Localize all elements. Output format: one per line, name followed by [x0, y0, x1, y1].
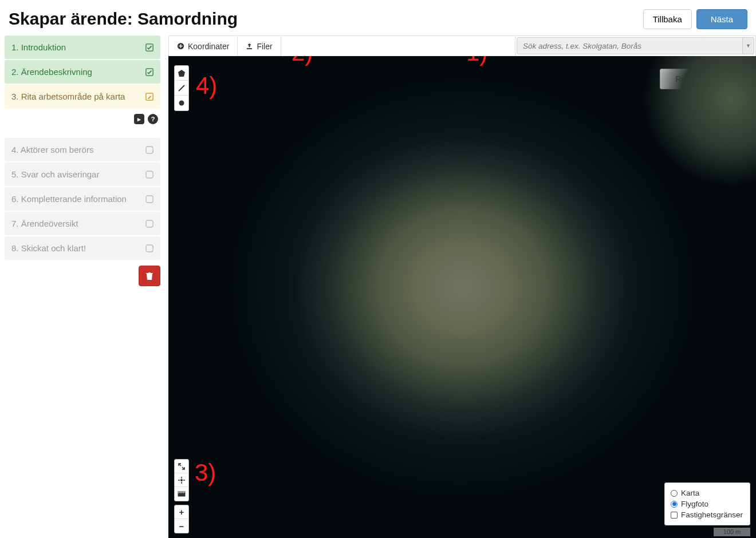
- koordinater-label: Koordinater: [188, 42, 229, 51]
- step-5-svar[interactable]: 5. Svar och aviseringar: [5, 163, 160, 186]
- map-canvas[interactable]: 1) 2) 3) 4) Ritade områden + −: [168, 56, 756, 538]
- search-input[interactable]: [517, 37, 743, 54]
- plus-circle-icon: [177, 42, 184, 50]
- step-label: 3. Rita arbetsområde på karta: [11, 92, 125, 101]
- zoom-tools: + −: [174, 505, 189, 533]
- scale-bar: 100 m: [714, 528, 750, 536]
- trash-icon: [145, 271, 153, 280]
- step-4-aktorer[interactable]: 4. Aktörer som berörs: [5, 138, 160, 161]
- layer-label: Flygfoto: [681, 500, 708, 508]
- search-dropdown-toggle[interactable]: ▼: [743, 37, 754, 54]
- filer-button[interactable]: Filer: [238, 36, 281, 56]
- drawn-areas-button[interactable]: Ritade områden: [660, 69, 748, 89]
- delete-button[interactable]: [139, 266, 160, 286]
- locate-button[interactable]: [175, 473, 188, 487]
- layer-flygfoto[interactable]: Flygfoto: [671, 499, 744, 509]
- step-3-rita-arbetsomrade[interactable]: 3. Rita arbetsområde på karta: [5, 85, 160, 108]
- annotation-3: 3): [195, 459, 216, 486]
- draw-point-button[interactable]: [175, 96, 188, 110]
- minus-icon: −: [179, 521, 184, 531]
- svg-point-11: [179, 101, 184, 106]
- expand-icon: [178, 463, 185, 470]
- svg-rect-5: [146, 196, 153, 203]
- layer-karta[interactable]: Karta: [671, 488, 744, 499]
- annotation-4: 4): [196, 72, 217, 100]
- check-icon: [145, 68, 153, 76]
- unchecked-icon: [145, 220, 153, 228]
- radio-checked-icon: [671, 501, 678, 508]
- svg-rect-7: [146, 245, 153, 252]
- edit-icon: [145, 93, 153, 101]
- step-2-arendebeskrivning[interactable]: 2. Ärendebeskrivning: [5, 60, 160, 84]
- polygon-icon: [178, 69, 186, 77]
- back-button[interactable]: Tillbaka: [643, 9, 692, 29]
- youtube-icon[interactable]: ▸: [134, 114, 144, 124]
- measure-button[interactable]: [175, 487, 188, 501]
- unchecked-icon: [145, 244, 153, 252]
- layer-label: Fastighetsgränser: [681, 511, 743, 519]
- line-icon: [178, 84, 186, 92]
- svg-rect-4: [146, 171, 153, 178]
- step-label: 2. Ärendebeskrivning: [11, 67, 92, 77]
- fullscreen-button[interactable]: [175, 460, 188, 473]
- page-title: Skapar ärende: Samordning: [9, 9, 238, 29]
- zoom-in-button[interactable]: +: [175, 505, 188, 519]
- annotation-2: 2): [292, 56, 313, 66]
- radio-icon: [671, 490, 678, 497]
- chevron-down-icon: ▼: [746, 43, 751, 49]
- step-8-skickat[interactable]: 8. Skickat och klart!: [5, 236, 160, 260]
- step-label: 1. Introduktion: [11, 42, 66, 52]
- step-label: 5. Svar och aviseringar: [11, 169, 99, 179]
- unchecked-icon: [145, 171, 153, 179]
- locate-icon: [178, 477, 185, 484]
- svg-rect-3: [146, 147, 153, 153]
- svg-marker-9: [178, 70, 185, 77]
- draw-polygon-button[interactable]: [175, 66, 188, 81]
- step-label: 6. Kompletterande information: [11, 194, 127, 204]
- layer-panel: Karta Flygfoto Fastighetsgränser: [664, 482, 750, 525]
- unchecked-icon: [145, 195, 153, 203]
- draw-line-button[interactable]: [175, 81, 188, 96]
- checkbox-icon: [671, 512, 678, 519]
- layer-fastighetsgranser[interactable]: Fastighetsgränser: [671, 509, 744, 520]
- header-buttons: Tillbaka Nästa: [643, 9, 747, 29]
- filer-label: Filer: [257, 42, 272, 51]
- step-1-introduktion[interactable]: 1. Introduktion: [5, 35, 160, 59]
- svg-point-12: [180, 479, 183, 481]
- koordinater-button[interactable]: Koordinater: [169, 36, 238, 56]
- svg-line-10: [179, 85, 184, 91]
- steps-sidebar: 1. Introduktion 2. Ärendebeskrivning 3. …: [0, 35, 160, 538]
- svg-rect-6: [146, 220, 153, 227]
- check-icon: [145, 43, 153, 52]
- zoom-out-button[interactable]: −: [175, 519, 188, 533]
- upload-icon: [246, 42, 253, 50]
- map-toolbar: Koordinater Filer ▼: [168, 35, 756, 56]
- help-icon[interactable]: ?: [148, 114, 158, 124]
- ruler-icon: [178, 491, 186, 497]
- circle-icon: [178, 99, 186, 107]
- address-search: ▼: [515, 36, 755, 56]
- unchecked-icon: [145, 146, 153, 154]
- step-label: 8. Skickat och klart!: [11, 243, 86, 253]
- plus-icon: +: [179, 507, 184, 517]
- step-label: 7. Ärendeöversikt: [11, 219, 78, 228]
- map-panel: Koordinater Filer ▼ 1) 2) 3) 4): [168, 35, 756, 538]
- next-button[interactable]: Nästa: [696, 9, 747, 29]
- draw-tools: [174, 65, 189, 111]
- layer-label: Karta: [681, 489, 699, 497]
- map-view-tools: [174, 459, 189, 501]
- step-6-kompletterande[interactable]: 6. Kompletterande information: [5, 187, 160, 211]
- step-label: 4. Aktörer som berörs: [11, 145, 93, 155]
- step-7-oversikt[interactable]: 7. Ärendeöversikt: [5, 212, 160, 235]
- annotation-1: 1): [466, 56, 487, 66]
